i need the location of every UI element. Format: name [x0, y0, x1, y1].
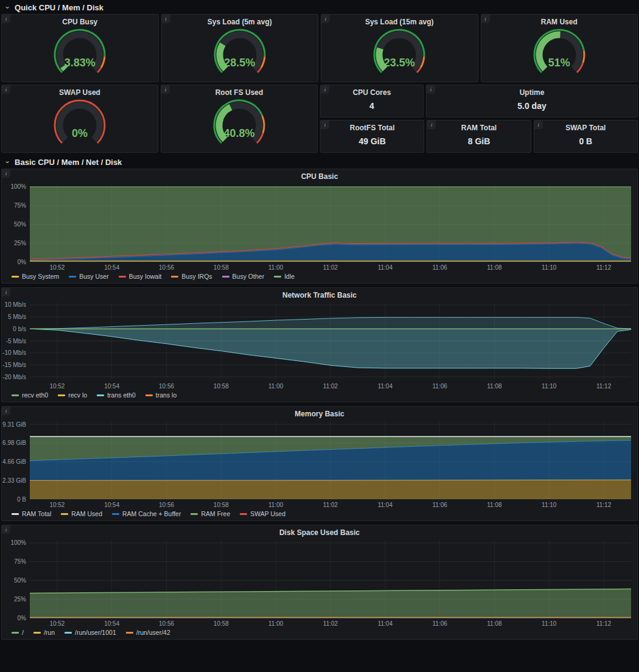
info-icon[interactable]: i — [481, 15, 490, 23]
svg-text:0 b/s: 0 b/s — [13, 326, 26, 332]
legend-color-mark — [119, 276, 126, 278]
panel-title-cpu-busy[interactable]: CPU Busy — [2, 15, 158, 26]
legend-color-mark — [33, 632, 41, 634]
legend-item[interactable]: RAM Total — [12, 510, 51, 517]
legend-item[interactable]: /run/user/1001 — [65, 629, 116, 636]
info-icon[interactable]: i — [2, 85, 10, 94]
legend-label: RAM Cache + Buffer — [122, 510, 181, 517]
panel-title-ram-total[interactable]: RAM Total — [461, 121, 497, 132]
panel-ram-used: i RAM Used 51% — [481, 14, 638, 82]
memory-basic-chart[interactable]: 10:5210:5410:5610:5811:0011:0211:0411:06… — [2, 418, 637, 509]
svg-text:10:58: 10:58 — [214, 264, 229, 271]
info-icon[interactable]: i — [2, 288, 10, 296]
legend-item[interactable]: Busy IRQs — [171, 273, 212, 280]
panel-title-cpu-basic[interactable]: CPU Basic — [2, 169, 637, 181]
panel-sys-load-5m: i Sys Load (5m avg) 28.5% — [161, 14, 319, 82]
legend-item[interactable]: Busy Iowait — [119, 273, 162, 280]
svg-text:10:56: 10:56 — [159, 620, 174, 627]
svg-text:25%: 25% — [14, 240, 26, 247]
panel-title-sys-load-5m[interactable]: Sys Load (5m avg) — [162, 15, 318, 26]
panel-title-root-fs-used[interactable]: Root FS Used — [161, 85, 317, 97]
panel-cpu-busy: i CPU Busy 3.83% — [1, 14, 159, 82]
panel-swap-total: i SWAP Total 0 B — [534, 120, 638, 153]
legend-item[interactable]: recv lo — [58, 391, 87, 399]
disk-space-used-basic-chart[interactable]: 10:5210:5410:5610:5811:0011:0211:0411:06… — [2, 537, 637, 628]
section-header-quick[interactable]: ⌄ Quick CPU / Mem / Disk — [1, 1, 638, 14]
legend-item[interactable]: RAM Cache + Buffer — [112, 510, 181, 517]
panel-title-ram-used[interactable]: RAM Used — [481, 15, 638, 26]
svg-text:10:52: 10:52 — [49, 620, 65, 627]
svg-text:9.31 GiB: 9.31 GiB — [2, 421, 26, 428]
legend-color-mark — [58, 394, 65, 396]
uptime-value: 5.0 day — [517, 101, 546, 111]
svg-text:25%: 25% — [14, 596, 26, 603]
legend-label: /run/user/1001 — [75, 629, 116, 636]
network-traffic-basic-chart[interactable]: 10:5210:5410:5610:5811:0011:0211:0411:06… — [2, 299, 637, 391]
legend-item[interactable]: RAM Free — [190, 510, 230, 517]
legend-item[interactable]: SWAP Used — [240, 510, 285, 517]
legend-label: trans lo — [156, 391, 176, 399]
panel-title-swap-total[interactable]: SWAP Total — [565, 121, 606, 132]
legend-label: RAM Used — [71, 510, 102, 517]
legend-label: / — [22, 629, 24, 636]
svg-text:50%: 50% — [14, 221, 26, 228]
svg-text:10:58: 10:58 — [214, 383, 229, 390]
swap-used-gauge — [34, 97, 125, 152]
panel-title-network-traffic-basic[interactable]: Network Traffic Basic — [2, 288, 637, 299]
info-icon[interactable]: i — [2, 15, 10, 23]
info-icon[interactable]: i — [2, 525, 10, 534]
svg-text:11:04: 11:04 — [378, 264, 393, 271]
svg-text:11:04: 11:04 — [378, 502, 393, 508]
legend-item[interactable]: / — [12, 629, 24, 636]
legend-item[interactable]: /run/user/42 — [126, 629, 170, 636]
panel-title-uptime[interactable]: Uptime — [520, 85, 545, 97]
cpu-basic-chart[interactable]: 10:5210:5410:5610:5811:0011:0211:0411:06… — [2, 181, 637, 272]
info-icon[interactable]: i — [534, 121, 543, 129]
svg-text:11:06: 11:06 — [432, 383, 447, 390]
info-icon[interactable]: i — [321, 15, 330, 23]
swap-total-value: 0 B — [579, 136, 592, 146]
panel-title-sys-load-15m[interactable]: Sys Load (15m avg) — [321, 15, 478, 26]
legend-item[interactable]: trans eth0 — [97, 391, 136, 399]
panel-ram-total: i RAM Total 8 GiB — [427, 120, 531, 153]
legend-color-mark — [112, 513, 119, 515]
svg-text:10:54: 10:54 — [104, 502, 119, 508]
svg-text:6.98 GiB: 6.98 GiB — [2, 439, 26, 446]
info-icon[interactable]: i — [162, 15, 170, 23]
info-icon[interactable]: i — [427, 85, 435, 94]
chevron-down-icon: ⌄ — [4, 3, 10, 9]
panel-cpu-cores: i CPU Cores 4 — [320, 85, 424, 117]
panel-title-disk-space-used-basic[interactable]: Disk Space Used Basic — [2, 525, 637, 537]
cpu-busy-gauge — [34, 26, 125, 81]
info-icon[interactable]: i — [427, 121, 436, 129]
info-icon[interactable]: i — [2, 169, 10, 178]
svg-text:0%: 0% — [18, 259, 27, 265]
panel-sys-load-15m: i Sys Load (15m avg) 23.5% — [321, 14, 478, 82]
legend-label: SWAP Used — [250, 510, 285, 517]
legend-item[interactable]: /run — [33, 629, 55, 636]
legend-item[interactable]: recv eth0 — [12, 391, 48, 399]
info-icon[interactable]: i — [321, 85, 329, 94]
legend-item[interactable]: Busy System — [12, 273, 59, 280]
info-icon[interactable]: i — [161, 85, 170, 94]
svg-text:10:52: 10:52 — [49, 264, 65, 271]
panel-title-rootfs-total[interactable]: RootFS Total — [350, 121, 395, 132]
legend-item[interactable]: Busy User — [69, 273, 108, 280]
legend-item[interactable]: Idle — [274, 273, 295, 280]
disk-space-used-basic-legend: //run/run/user/1001/run/user/42 — [2, 628, 637, 639]
svg-text:11:00: 11:00 — [268, 264, 284, 271]
svg-text:11:08: 11:08 — [487, 502, 502, 508]
legend-color-mark — [61, 513, 68, 515]
svg-text:11:10: 11:10 — [542, 383, 557, 390]
legend-item[interactable]: Busy Other — [222, 273, 265, 280]
panel-title-memory-basic[interactable]: Memory Basic — [2, 407, 637, 418]
legend-item[interactable]: trans lo — [145, 391, 176, 399]
svg-text:11:08: 11:08 — [487, 264, 502, 271]
legend-item[interactable]: RAM Used — [61, 510, 102, 517]
info-icon[interactable]: i — [2, 407, 10, 415]
section-header-basic[interactable]: ⌄ Basic CPU / Mem / Net / Disk — [1, 155, 638, 169]
panel-title-swap-used[interactable]: SWAP Used — [2, 85, 158, 97]
svg-text:11:06: 11:06 — [432, 620, 447, 627]
info-icon[interactable]: i — [321, 121, 329, 129]
panel-title-cpu-cores[interactable]: CPU Cores — [353, 85, 391, 97]
